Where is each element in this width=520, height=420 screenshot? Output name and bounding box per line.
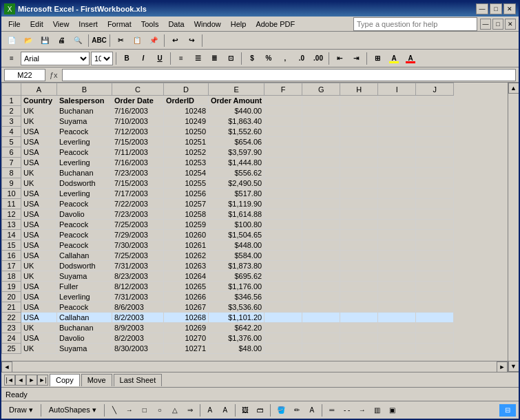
empty-cell[interactable]	[378, 147, 416, 158]
empty-cell[interactable]	[378, 240, 416, 251]
empty-cell[interactable]	[264, 199, 302, 209]
empty-cell[interactable]	[264, 344, 302, 354]
paste-button[interactable]: 📌	[146, 34, 161, 48]
row-number[interactable]: 25	[2, 344, 21, 354]
menu-edit[interactable]: Edit	[26, 19, 48, 30]
row-number[interactable]: 20	[2, 292, 21, 302]
app-restore-button[interactable]: □	[492, 19, 503, 30]
empty-cell[interactable]	[340, 313, 378, 323]
cut-button[interactable]: ✂	[113, 34, 128, 48]
empty-cell[interactable]	[264, 137, 302, 147]
cell-order-date[interactable]: 7/25/2003	[112, 220, 164, 230]
help-search-input[interactable]	[353, 17, 477, 31]
print-button[interactable]: 🖨	[54, 34, 69, 48]
empty-cell[interactable]	[416, 178, 454, 189]
cell-salesperson[interactable]: Buchanan	[57, 106, 112, 116]
cell-order-amount[interactable]: $1,101.20	[209, 313, 264, 323]
cell-salesperson[interactable]: Suyama	[57, 116, 112, 127]
cell-country[interactable]: USA	[21, 220, 57, 230]
row-number[interactable]: 2	[2, 106, 21, 116]
cell-order-amount[interactable]: $556.62	[209, 168, 264, 178]
row-number[interactable]: 13	[2, 220, 21, 230]
cell-order-amount[interactable]: $642.20	[209, 323, 264, 333]
empty-cell[interactable]	[302, 271, 340, 282]
cell-order-date[interactable]: 7/17/2003	[112, 189, 164, 199]
cell-order-date[interactable]: 7/12/2003	[112, 127, 164, 137]
cell-country[interactable]: UK	[21, 168, 57, 178]
empty-cell[interactable]	[340, 137, 378, 147]
currency-button[interactable]: $	[245, 52, 260, 65]
align-right-button[interactable]: ≣	[207, 52, 222, 65]
row-number[interactable]: 23	[2, 323, 21, 333]
cell-order-id[interactable]: 10256	[164, 189, 209, 199]
empty-cell[interactable]	[302, 282, 340, 292]
cell-order-id[interactable]: 10252	[164, 147, 209, 158]
empty-cell[interactable]	[340, 199, 378, 209]
empty-cell[interactable]	[416, 116, 454, 127]
cell-order-amount[interactable]: $3,597.90	[209, 147, 264, 158]
empty-cell[interactable]	[264, 116, 302, 127]
align-center-button[interactable]: ☰	[190, 52, 205, 65]
cell-salesperson[interactable]: Dodsworth	[57, 261, 112, 271]
cell-order-date[interactable]: 8/9/2003	[112, 323, 164, 333]
underline-button[interactable]: U	[152, 52, 167, 65]
cell-salesperson[interactable]: Leverling	[57, 189, 112, 199]
empty-cell[interactable]	[416, 313, 454, 323]
border-button[interactable]: ⊞	[370, 52, 385, 65]
empty-cell[interactable]	[340, 178, 378, 189]
cell-country[interactable]: UK	[21, 106, 57, 116]
cell-order-date[interactable]: 7/16/2003	[112, 106, 164, 116]
empty-cell[interactable]	[378, 302, 416, 313]
cell-order-id[interactable]: 10253	[164, 158, 209, 168]
cell-order-amount[interactable]: $448.00	[209, 240, 264, 251]
cell-order-id[interactable]: 10261	[164, 240, 209, 251]
cell-order-amount[interactable]: $1,376.00	[209, 333, 264, 344]
empty-cell[interactable]	[340, 333, 378, 344]
row-number[interactable]: 16	[2, 251, 21, 261]
cell-order-date[interactable]: 7/11/2003	[112, 147, 164, 158]
row-number[interactable]: 6	[2, 147, 21, 158]
cell-salesperson[interactable]: Dodsworth	[57, 178, 112, 189]
cell-order-id[interactable]: 10259	[164, 220, 209, 230]
close-button[interactable]: ✕	[503, 3, 516, 14]
wordart-tool[interactable]: A	[218, 404, 232, 417]
cell-order-date[interactable]: 7/25/2003	[112, 251, 164, 261]
empty-cell[interactable]	[378, 282, 416, 292]
empty-cell[interactable]	[302, 292, 340, 302]
empty-cell[interactable]	[416, 189, 454, 199]
cell-salesperson[interactable]: Peacock	[57, 147, 112, 158]
row-number[interactable]: 18	[2, 271, 21, 282]
empty-cell[interactable]	[302, 313, 340, 323]
empty-cell[interactable]	[378, 158, 416, 168]
cell-order-amount[interactable]: $100.80	[209, 220, 264, 230]
font-color-draw[interactable]: A	[305, 404, 319, 417]
empty-cell[interactable]	[302, 116, 340, 127]
empty-cell[interactable]	[340, 147, 378, 158]
autoshapes-button[interactable]: AutoShapes ▾	[44, 403, 101, 417]
empty-cell[interactable]	[302, 240, 340, 251]
empty-cell[interactable]	[378, 189, 416, 199]
row-number[interactable]: 17	[2, 261, 21, 271]
empty-cell[interactable]	[264, 240, 302, 251]
row-number[interactable]: 15	[2, 240, 21, 251]
empty-cell[interactable]	[416, 333, 454, 344]
menu-data[interactable]: Data	[164, 19, 188, 30]
empty-cell[interactable]	[302, 137, 340, 147]
empty-cell[interactable]	[378, 313, 416, 323]
empty-cell[interactable]	[302, 147, 340, 158]
cell-order-date[interactable]: 7/31/2003	[112, 292, 164, 302]
header-cell-4[interactable]: OrderID	[164, 96, 209, 106]
empty-cell[interactable]	[340, 261, 378, 271]
cell-order-amount[interactable]: $346.56	[209, 292, 264, 302]
arrow-style-tool[interactable]: →	[355, 404, 369, 417]
cell-order-id[interactable]: 10267	[164, 302, 209, 313]
empty-cell[interactable]	[264, 323, 302, 333]
empty-cell[interactable]	[416, 292, 454, 302]
cell-country[interactable]: USA	[21, 158, 57, 168]
v-scroll-track[interactable]	[509, 94, 519, 361]
cell-country[interactable]: USA	[21, 333, 57, 344]
col-header-G[interactable]: G	[302, 83, 340, 96]
scroll-down-button[interactable]: ▼	[508, 361, 519, 372]
undo-button[interactable]: ↩	[167, 34, 183, 48]
empty-cell[interactable]	[264, 220, 302, 230]
